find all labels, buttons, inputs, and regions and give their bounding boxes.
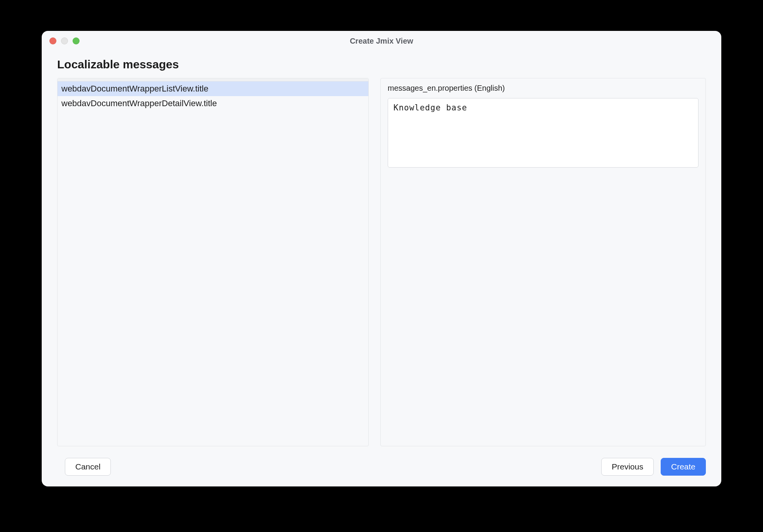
list-item[interactable]: webdavDocumentWrapperDetailView.title: [58, 96, 368, 111]
messages-list-panel: webdavDocumentWrapperListView.title webd…: [57, 78, 369, 446]
list-item[interactable]: webdavDocumentWrapperListView.title: [58, 81, 368, 96]
message-value-input[interactable]: [388, 98, 699, 168]
locale-file-label: messages_en.properties (English): [388, 84, 699, 93]
minimize-icon: [61, 37, 68, 44]
dialog-footer: Cancel Previous Create: [42, 450, 721, 486]
window-controls: [49, 37, 80, 44]
dialog-window: Create Jmix View Localizable messages we…: [42, 31, 721, 486]
create-button[interactable]: Create: [661, 458, 706, 476]
cancel-button[interactable]: Cancel: [65, 458, 111, 476]
messages-list[interactable]: webdavDocumentWrapperListView.title webd…: [58, 81, 368, 446]
close-icon[interactable]: [49, 37, 56, 44]
content-area: Localizable messages webdavDocumentWrapp…: [42, 51, 721, 450]
list-toolbar: [58, 78, 368, 81]
previous-button[interactable]: Previous: [601, 458, 654, 476]
panels: webdavDocumentWrapperListView.title webd…: [57, 78, 706, 446]
footer-right: Previous Create: [601, 458, 706, 476]
window-title: Create Jmix View: [42, 37, 721, 46]
maximize-icon[interactable]: [73, 37, 80, 44]
section-header: Localizable messages: [57, 58, 706, 71]
titlebar: Create Jmix View: [42, 31, 721, 51]
locale-editor-panel: messages_en.properties (English): [380, 78, 706, 446]
